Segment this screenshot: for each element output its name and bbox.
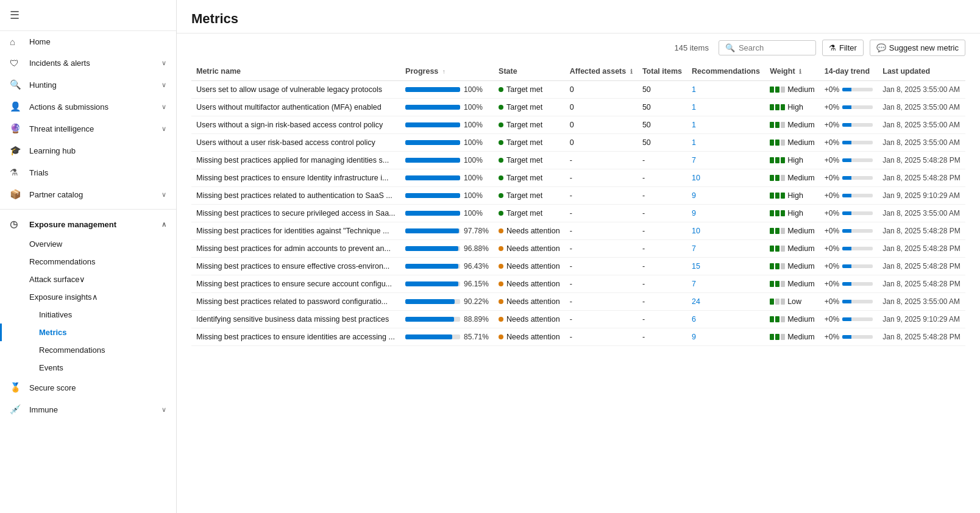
sidebar-item-exposure-insights[interactable]: Exposure insights ∧	[0, 288, 176, 306]
sidebar-item-exposure[interactable]: ◷ Exposure management ∧	[0, 213, 176, 235]
recommendations-link[interactable]: 6	[692, 315, 696, 324]
progress-cell: 100%	[400, 169, 494, 187]
progress-bar-track	[405, 299, 460, 304]
col-weight[interactable]: Weight ℹ	[765, 62, 820, 81]
sidebar-item-hunting[interactable]: 🔍 Hunting ∨	[0, 74, 176, 96]
sidebar-subitem-recommendations[interactable]: Recommendations	[0, 341, 176, 359]
recommendations-cell[interactable]: 10	[687, 222, 765, 240]
col-last-updated[interactable]: Last updated	[878, 62, 965, 81]
recommendations-cell[interactable]: 1	[687, 116, 765, 134]
sidebar-subitem-events[interactable]: Events	[0, 359, 176, 377]
recommendations-cell[interactable]: 10	[687, 169, 765, 187]
search-icon: 🔍	[725, 43, 735, 52]
hamburger-icon[interactable]: ☰	[10, 9, 20, 22]
col-trend[interactable]: 14-day trend	[820, 62, 878, 81]
weight-cell: Medium	[765, 240, 820, 258]
recommendations-cell[interactable]: 1	[687, 134, 765, 152]
sidebar-item-immune[interactable]: 💉 Immune ∨	[0, 398, 176, 420]
sidebar-item-attack-surface[interactable]: Attack surface ∨	[0, 271, 176, 288]
chevron-up-icon: ∧	[92, 292, 98, 302]
filter-button[interactable]: ⚗ Filter	[822, 40, 864, 56]
search-box[interactable]: 🔍	[719, 40, 816, 55]
sidebar-subitem-metrics[interactable]: Metrics	[0, 324, 176, 341]
last-updated-cell: Jan 9, 2025 9:10:29 AM	[878, 187, 965, 205]
sidebar-item-overview[interactable]: Overview	[0, 235, 176, 253]
recommendations-link[interactable]: 15	[692, 262, 700, 271]
progress-percent: 96.88%	[464, 244, 489, 253]
sidebar-item-threat[interactable]: 🔮 Threat intelligence ∨	[0, 118, 176, 140]
trend-cell: +0%	[820, 205, 878, 222]
sidebar-item-partner[interactable]: 📦 Partner catalog ∨	[0, 183, 176, 205]
trend-bar-track	[842, 335, 873, 339]
sidebar-item-secure-score[interactable]: 🏅 Secure score	[0, 377, 176, 398]
last-updated-cell: Jan 9, 2025 9:10:29 AM	[878, 311, 965, 328]
recommendations-link[interactable]: 9	[692, 333, 696, 341]
trend-bar-track	[842, 264, 873, 268]
recommendations-link[interactable]: 24	[692, 297, 700, 306]
sidebar-subitem-initiatives[interactable]: Initiatives	[0, 306, 176, 324]
recommendations-cell[interactable]: 7	[687, 275, 765, 293]
recommendations-link[interactable]: 10	[692, 174, 700, 182]
weight-bar	[781, 193, 785, 199]
progress-bar-track	[405, 175, 460, 180]
trend-percent: +0%	[825, 174, 839, 182]
sidebar-item-actions[interactable]: 👤 Actions & submissions ∨	[0, 96, 176, 118]
trend-bar-track	[842, 282, 873, 286]
recommendations-cell[interactable]: 7	[687, 240, 765, 258]
weight-bar	[781, 122, 785, 128]
recommendations-link[interactable]: 1	[692, 138, 696, 147]
state-cell: Target met	[494, 99, 565, 116]
state-content: Target met	[499, 209, 560, 218]
sidebar-item-recommendations-top[interactable]: Recommendations	[0, 253, 176, 271]
recommendations-link[interactable]: 1	[692, 85, 696, 94]
affected-assets-cell: -	[565, 187, 637, 205]
suggest-button[interactable]: 💬 Suggest new metric	[870, 40, 965, 56]
weight-cell: Medium	[765, 116, 820, 134]
col-metric-name[interactable]: Metric name	[191, 62, 400, 81]
chevron-up-icon: ∧	[162, 221, 166, 228]
recommendations-cell[interactable]: 6	[687, 311, 765, 328]
col-affected-assets[interactable]: Affected assets ℹ	[565, 62, 637, 81]
recommendations-cell[interactable]: 24	[687, 293, 765, 311]
metric-name-cell: Missing best practices to ensure identit…	[191, 328, 400, 346]
total-items-cell: -	[637, 169, 687, 187]
recommendations-link[interactable]: 7	[692, 244, 696, 253]
state-cell: Needs attention	[494, 222, 565, 240]
progress-bar-track	[405, 264, 460, 269]
weight-bar	[775, 157, 779, 163]
progress-percent: 88.89%	[464, 315, 489, 324]
col-progress[interactable]: Progress ↑	[400, 62, 494, 81]
recommendations-link[interactable]: 9	[692, 191, 696, 200]
weight-bar	[775, 104, 779, 110]
recommendations-link[interactable]: 1	[692, 103, 696, 111]
recommendations-link[interactable]: 10	[692, 227, 700, 235]
recommendations-link[interactable]: 9	[692, 209, 696, 218]
recommendations-link[interactable]: 1	[692, 121, 696, 129]
recommendations-cell[interactable]: 9	[687, 328, 765, 346]
recommendations-cell[interactable]: 1	[687, 81, 765, 99]
progress-bar-fill	[405, 158, 460, 163]
search-input[interactable]	[739, 43, 809, 52]
col-total-items[interactable]: Total items	[637, 62, 687, 81]
sidebar-item-trials[interactable]: ⚗ Trials	[0, 161, 176, 183]
progress-bar-container: 88.89%	[405, 315, 489, 324]
state-cell: Target met	[494, 152, 565, 169]
table-header-row: Metric name Progress ↑ State Affected as…	[191, 62, 965, 81]
table-row: Users set to allow usage of vulnerable l…	[191, 81, 965, 99]
col-state[interactable]: State	[494, 62, 565, 81]
sidebar-item-home[interactable]: ⌂ Home	[0, 31, 176, 52]
sidebar-item-learning[interactable]: 🎓 Learning hub	[0, 140, 176, 161]
sidebar-item-incidents[interactable]: 🛡 Incidents & alerts ∨	[0, 52, 176, 74]
recommendations-cell[interactable]: 9	[687, 187, 765, 205]
recommendations-cell[interactable]: 15	[687, 258, 765, 275]
trials-icon: ⚗	[10, 167, 23, 178]
col-recommendations[interactable]: Recommendations	[687, 62, 765, 81]
recommendations-link[interactable]: 7	[692, 280, 696, 288]
recommendations-link[interactable]: 7	[692, 156, 696, 165]
state-content: Needs attention	[499, 227, 560, 235]
info-icon: ℹ	[799, 68, 801, 75]
recommendations-cell[interactable]: 7	[687, 152, 765, 169]
trend-cell: +0%	[820, 152, 878, 169]
recommendations-cell[interactable]: 1	[687, 99, 765, 116]
recommendations-cell[interactable]: 9	[687, 205, 765, 222]
